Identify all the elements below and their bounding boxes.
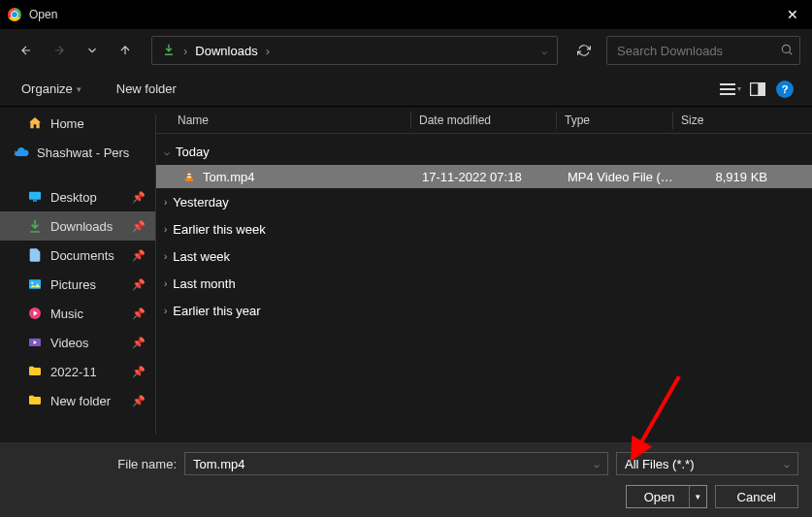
music-icon [27,306,43,321]
address-bar[interactable]: › Downloads › ⌵ [151,36,558,65]
file-name: Tom.mp4 [203,170,414,184]
chevron-right-icon: › [164,197,167,208]
group-earlier-year[interactable]: ›Earlier this year [156,297,812,324]
folder-icon [27,364,43,379]
svg-rect-7 [33,200,37,201]
nav-row: › Downloads › ⌵ [0,29,812,72]
videos-icon [27,335,43,350]
filename-input[interactable]: Tom.mp4 ⌵ [184,452,608,475]
recent-dropdown[interactable] [78,36,107,65]
group-today[interactable]: ⌵Today [156,138,812,165]
file-type: MP4 Video File (V... [560,170,676,184]
column-size[interactable]: Size [672,112,769,129]
close-button[interactable]: ✕ [773,0,812,29]
search-input[interactable] [617,44,780,58]
group-yesterday[interactable]: ›Yesterday [156,188,812,215]
open-dropdown[interactable]: ▾ [689,486,706,507]
download-icon [162,43,176,59]
sidebar-item-folder-2022-11[interactable]: 2022-11 📌 [0,357,155,386]
main-area: Home › Shashwat - Pers Desktop 📌 Downloa… [0,107,812,442]
refresh-button[interactable] [569,36,599,65]
help-button[interactable]: ? [771,78,798,101]
svg-point-9 [31,282,33,284]
window-title: Open [29,8,773,21]
cancel-button[interactable]: Cancel [715,485,798,508]
chevron-right-icon: › [164,278,167,289]
pin-icon: 📌 [132,366,146,378]
download-icon [27,218,43,234]
chevron-right-icon: › [14,146,17,158]
file-size: 8,919 KB [676,170,767,184]
documents-icon [27,247,43,263]
help-icon: ? [776,81,794,98]
pin-icon: 📌 [132,395,146,407]
pictures-icon [27,276,43,292]
vlc-icon [181,169,197,184]
sidebar-item-new-folder[interactable]: New folder 📌 [0,386,155,415]
group-earlier-week[interactable]: ›Earlier this week [156,215,812,242]
chrome-icon [8,8,21,21]
group-last-month[interactable]: ›Last month [156,270,812,297]
column-date[interactable]: Date modified [410,112,556,129]
svg-rect-6 [29,192,41,200]
up-button[interactable] [111,36,140,65]
chevron-right-icon: › [164,251,167,262]
forward-button[interactable] [45,36,74,65]
sidebar-item-home[interactable]: Home [0,109,155,138]
sidebar-item-documents[interactable]: Documents 📌 [0,241,155,270]
breadcrumb-sep: › [266,44,270,58]
svg-rect-2 [720,88,735,90]
desktop-icon [27,189,43,205]
sidebar-item-pictures[interactable]: Pictures 📌 [0,270,155,299]
chevron-down-icon[interactable]: ⌵ [541,46,547,56]
file-date: 17-11-2022 07:18 [414,170,560,184]
bottom-panel: File name: Tom.mp4 ⌵ All Files (*.*) ⌵ O… [0,442,812,517]
file-type-filter[interactable]: All Files (*.*) ⌵ [616,452,798,475]
pin-icon: 📌 [132,307,146,320]
preview-pane-button[interactable] [744,78,771,101]
titlebar: Open ✕ [0,0,812,29]
svg-rect-13 [187,174,191,175]
chevron-right-icon: › [164,306,167,316]
new-folder-button[interactable]: New folder [109,78,184,100]
svg-rect-12 [185,178,193,180]
pin-icon: 📌 [132,191,146,204]
open-button[interactable]: Open ▾ [626,485,707,508]
chevron-down-icon[interactable]: ⌵ [594,459,600,469]
toolbar: Organize▾ New folder ▾ ? [0,72,812,107]
pin-icon: 📌 [132,278,146,291]
chevron-right-icon: › [164,224,167,235]
svg-rect-3 [720,93,735,95]
group-last-week[interactable]: ›Last week [156,242,812,270]
back-button[interactable] [12,36,41,65]
folder-icon [27,393,43,408]
column-name[interactable]: Name [178,113,410,127]
chevron-down-icon: ⌵ [164,146,170,157]
sidebar: Home › Shashwat - Pers Desktop 📌 Downloa… [0,107,155,442]
search-box[interactable] [606,36,800,65]
file-row-tom[interactable]: Tom.mp4 17-11-2022 07:18 MP4 Video File … [156,165,812,188]
filename-label: File name: [14,457,177,471]
svg-rect-1 [720,83,735,85]
svg-rect-5 [759,82,765,95]
sidebar-item-downloads[interactable]: Downloads 📌 [0,211,155,241]
file-list-panel: Name Date modified Type Size ⌵Today Tom.… [156,107,812,442]
pin-icon: 📌 [132,249,146,262]
breadcrumb-root[interactable]: Downloads [195,44,257,58]
search-icon [780,43,794,59]
view-details-button[interactable]: ▾ [717,78,744,101]
home-icon [27,115,43,131]
sidebar-item-music[interactable]: Music 📌 [0,299,155,328]
organize-button[interactable]: Organize▾ [14,78,89,100]
sidebar-item-videos[interactable]: Videos 📌 [0,328,155,357]
column-type[interactable]: Type [556,112,672,129]
svg-point-0 [782,45,790,52]
sidebar-item-desktop[interactable]: Desktop 📌 [0,182,155,211]
chevron-down-icon[interactable]: ⌵ [784,459,790,469]
breadcrumb-sep: › [183,44,187,58]
pin-icon: 📌 [132,220,146,233]
svg-rect-14 [187,177,192,178]
column-headers[interactable]: Name Date modified Type Size [156,107,812,134]
sidebar-item-personal[interactable]: › Shashwat - Pers [0,138,155,167]
file-list: ⌵Today Tom.mp4 17-11-2022 07:18 MP4 Vide… [156,134,812,442]
